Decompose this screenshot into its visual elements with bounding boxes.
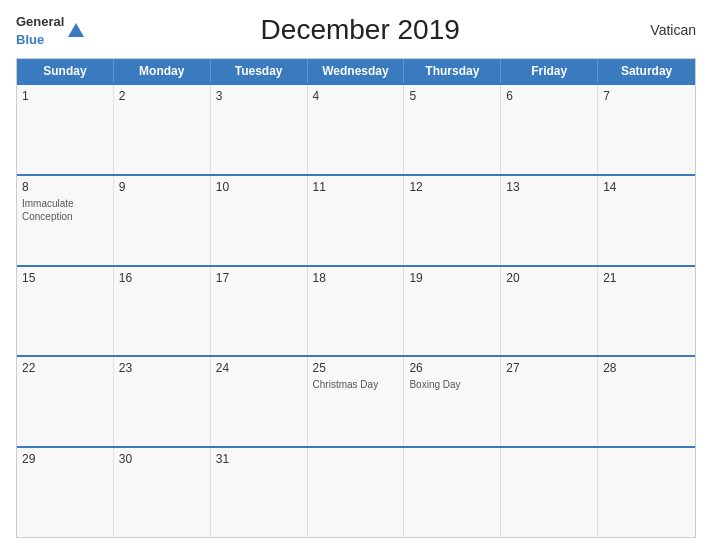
cal-cell-w2-d2: 9 xyxy=(114,176,211,265)
cal-cell-w1-d4: 4 xyxy=(308,85,405,174)
cal-cell-w1-d2: 2 xyxy=(114,85,211,174)
logo-general: General xyxy=(16,14,64,29)
col-saturday: Saturday xyxy=(598,59,695,83)
cal-cell-w4-d5: 26Boxing Day xyxy=(404,357,501,446)
cal-date: 6 xyxy=(506,89,592,103)
col-tuesday: Tuesday xyxy=(211,59,308,83)
cal-date: 12 xyxy=(409,180,495,194)
cal-date: 24 xyxy=(216,361,302,375)
cal-cell-w5-d5 xyxy=(404,448,501,537)
cal-cell-w2-d6: 13 xyxy=(501,176,598,265)
cal-cell-w2-d7: 14 xyxy=(598,176,695,265)
header: General Blue December 2019 Vatican xyxy=(16,12,696,48)
cal-cell-w5-d1: 29 xyxy=(17,448,114,537)
cal-date: 15 xyxy=(22,271,108,285)
cal-date: 14 xyxy=(603,180,690,194)
cal-date: 26 xyxy=(409,361,495,375)
cal-cell-w3-d3: 17 xyxy=(211,267,308,356)
cal-cell-w2-d1: 8Immaculate Conception xyxy=(17,176,114,265)
week-row-2: 8Immaculate Conception91011121314 xyxy=(17,174,695,265)
cal-date: 28 xyxy=(603,361,690,375)
week-row-4: 22232425Christmas Day26Boxing Day2728 xyxy=(17,355,695,446)
logo-blue: Blue xyxy=(16,32,44,47)
cal-date: 20 xyxy=(506,271,592,285)
cal-cell-w4-d6: 27 xyxy=(501,357,598,446)
cal-cell-w5-d2: 30 xyxy=(114,448,211,537)
page: General Blue December 2019 Vatican Sunda… xyxy=(0,0,712,550)
cal-date: 8 xyxy=(22,180,108,194)
cal-cell-w2-d5: 12 xyxy=(404,176,501,265)
cal-cell-w1-d1: 1 xyxy=(17,85,114,174)
cal-date: 30 xyxy=(119,452,205,466)
cal-date: 16 xyxy=(119,271,205,285)
cal-date: 3 xyxy=(216,89,302,103)
col-sunday: Sunday xyxy=(17,59,114,83)
cal-date: 22 xyxy=(22,361,108,375)
cal-cell-w3-d5: 19 xyxy=(404,267,501,356)
cal-date: 21 xyxy=(603,271,690,285)
calendar-header-row: Sunday Monday Tuesday Wednesday Thursday… xyxy=(17,59,695,83)
cal-date: 25 xyxy=(313,361,399,375)
week-row-3: 15161718192021 xyxy=(17,265,695,356)
logo-text: General Blue xyxy=(16,12,64,48)
calendar: Sunday Monday Tuesday Wednesday Thursday… xyxy=(16,58,696,538)
cal-date: 19 xyxy=(409,271,495,285)
col-monday: Monday xyxy=(114,59,211,83)
cal-cell-w3-d1: 15 xyxy=(17,267,114,356)
cal-date: 23 xyxy=(119,361,205,375)
cal-date: 2 xyxy=(119,89,205,103)
col-thursday: Thursday xyxy=(404,59,501,83)
week-row-1: 1234567 xyxy=(17,83,695,174)
cal-event: Christmas Day xyxy=(313,378,399,391)
cal-date: 7 xyxy=(603,89,690,103)
cal-cell-w4-d7: 28 xyxy=(598,357,695,446)
calendar-title: December 2019 xyxy=(84,14,636,46)
col-friday: Friday xyxy=(501,59,598,83)
cal-cell-w2-d4: 11 xyxy=(308,176,405,265)
cal-cell-w1-d6: 6 xyxy=(501,85,598,174)
cal-date: 5 xyxy=(409,89,495,103)
cal-date: 4 xyxy=(313,89,399,103)
cal-event: Boxing Day xyxy=(409,378,495,391)
cal-cell-w4-d2: 23 xyxy=(114,357,211,446)
logo: General Blue xyxy=(16,12,84,48)
cal-cell-w5-d7 xyxy=(598,448,695,537)
cal-cell-w5-d3: 31 xyxy=(211,448,308,537)
cal-event: Immaculate Conception xyxy=(22,197,108,223)
cal-cell-w4-d4: 25Christmas Day xyxy=(308,357,405,446)
cal-cell-w3-d7: 21 xyxy=(598,267,695,356)
cal-cell-w2-d3: 10 xyxy=(211,176,308,265)
cal-date: 29 xyxy=(22,452,108,466)
cal-date: 17 xyxy=(216,271,302,285)
cal-date: 18 xyxy=(313,271,399,285)
calendar-body: 12345678Immaculate Conception91011121314… xyxy=(17,83,695,537)
cal-date: 27 xyxy=(506,361,592,375)
cal-cell-w4-d3: 24 xyxy=(211,357,308,446)
cal-cell-w3-d6: 20 xyxy=(501,267,598,356)
logo-triangle-icon xyxy=(68,23,84,37)
cal-cell-w5-d6 xyxy=(501,448,598,537)
cal-cell-w4-d1: 22 xyxy=(17,357,114,446)
cal-date: 31 xyxy=(216,452,302,466)
cal-date: 9 xyxy=(119,180,205,194)
cal-cell-w3-d2: 16 xyxy=(114,267,211,356)
cal-cell-w5-d4 xyxy=(308,448,405,537)
cal-date: 11 xyxy=(313,180,399,194)
cal-date: 13 xyxy=(506,180,592,194)
cal-cell-w1-d3: 3 xyxy=(211,85,308,174)
cal-cell-w1-d7: 7 xyxy=(598,85,695,174)
week-row-5: 293031 xyxy=(17,446,695,537)
country-label: Vatican xyxy=(636,22,696,38)
cal-cell-w3-d4: 18 xyxy=(308,267,405,356)
col-wednesday: Wednesday xyxy=(308,59,405,83)
cal-cell-w1-d5: 5 xyxy=(404,85,501,174)
cal-date: 1 xyxy=(22,89,108,103)
cal-date: 10 xyxy=(216,180,302,194)
